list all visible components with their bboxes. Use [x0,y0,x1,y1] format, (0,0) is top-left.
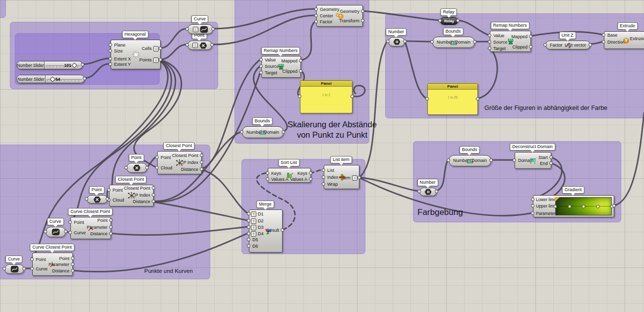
output-port-list-item[interactable] [357,176,361,179]
output-port-curve-closest-point-2[interactable] [71,257,74,260]
output-port-remap-mid[interactable] [299,59,302,62]
output-port-curve-closest-point-2[interactable] [71,269,74,272]
input-port-list-item[interactable] [322,168,325,172]
input-port-gradient[interactable] [531,204,534,208]
input-port-curve-closest-point-2[interactable] [30,267,34,270]
input-port-relay[interactable] [438,19,442,22]
node-curve-closest-point-1[interactable]: PointCurvePointParameterDistance [70,217,111,239]
input-port-point-param-top[interactable] [185,43,189,47]
input-port-number-br[interactable] [417,190,421,193]
output-port-panel-mid[interactable] [351,95,354,98]
input-port-gradient[interactable] [531,211,534,215]
input-port-extrude[interactable] [602,40,605,44]
input-port-curve-param-1[interactable] [44,230,47,233]
output-port-curve-closest-point-1[interactable] [109,225,113,229]
input-port-bounds-tr[interactable] [430,40,434,44]
input-port-scale[interactable] [314,7,318,11]
output-port-unit-z[interactable] [588,43,592,47]
output-port-scale[interactable] [361,9,364,13]
input-port-point-param-1[interactable] [124,166,128,169]
output-port-hexagonal[interactable] [159,47,162,50]
panel-title[interactable]: Panel [300,81,352,87]
output-port-curve-param-1[interactable] [64,230,67,233]
node-closest-point-2[interactable]: PointCloudClosest PointCP IndexDistance [109,185,154,207]
output-port-remap-mid[interactable] [299,69,302,73]
input-port-sort-list[interactable] [266,171,269,175]
node-merge[interactable]: D1↑D2↑D3↑D4↑D5D6Result [249,209,283,253]
output-port-gradient[interactable] [612,204,616,208]
output-port-bounds-tr[interactable] [473,40,476,44]
input-port-sort-list[interactable] [266,177,269,181]
output-port-merge[interactable] [281,228,284,232]
node-closest-point-1[interactable]: PointCloudClosest PointCP IndexDistance [157,151,202,174]
input-port-closest-point-2[interactable] [107,188,111,192]
input-port-curve-param-top[interactable] [185,27,189,31]
input-port-hexagonal[interactable] [109,43,112,47]
output-port-curve-closest-point-1[interactable] [109,218,113,222]
input-port-merge[interactable] [247,219,250,222]
output-port-deconstruct-domain[interactable] [549,161,553,165]
node-remap-tr[interactable]: ValueSourceTargetMappedClipped [490,31,531,52]
output-port-relay[interactable] [456,19,460,22]
node-gradient[interactable]: Lower limitUpper limitParameter [533,195,614,217]
input-port-remap-tr[interactable] [488,40,491,44]
output-port-deconstruct-domain[interactable] [549,156,553,159]
output-port-number-slider-1[interactable] [81,63,84,66]
gradient-grip[interactable] [554,205,557,208]
output-port-curve-param-2[interactable] [22,267,26,270]
input-port-scale[interactable] [314,20,318,23]
input-port-hexagonal[interactable] [109,49,112,52]
output-port-point-param-2[interactable] [106,197,109,201]
output-port-number-br[interactable] [435,190,438,193]
node-curve-closest-point-2[interactable]: PointCurvePointParameterDistance [32,253,73,276]
input-port-merge[interactable] [247,244,250,248]
input-port-curve-closest-point-1[interactable] [68,220,72,224]
output-port-curve-param-top[interactable] [211,27,215,31]
input-port-remap-mid[interactable] [259,58,263,61]
node-remap-mid[interactable]: ValueSourceTargetMappedClipped [261,56,301,78]
access-tag-icon[interactable]: ↓ [153,46,159,52]
output-port-number-slider-2[interactable] [83,77,86,80]
grasshopper-canvas[interactable]: Skalierung der Abstände von Punkt zu Pun… [0,0,644,312]
input-port-hexagonal[interactable] [109,62,112,66]
node-deconstruct-domain[interactable]: DomainStartEnd01 [515,152,551,169]
output-port-point-param-1[interactable] [145,166,149,169]
input-port-scale[interactable] [314,14,318,17]
input-port-bounds-mid[interactable] [240,130,243,134]
input-port-merge[interactable] [247,232,250,235]
gradient-grip[interactable] [596,205,599,208]
input-port-deconstruct-domain[interactable] [513,158,516,162]
input-port-panel-mid[interactable] [298,95,301,98]
access-tag-icon[interactable]: ↑ [251,211,256,217]
output-port-panel-tr[interactable] [476,97,479,101]
output-port-sort-list[interactable] [309,171,312,175]
input-port-point-param-2[interactable] [85,197,88,201]
output-port-remap-tr[interactable] [529,35,532,38]
access-tag-icon[interactable]: ↑ [251,225,256,230]
panel-title[interactable]: Panel [428,84,477,90]
access-tag-icon[interactable]: ↓ [193,27,198,32]
output-port-sort-list[interactable] [309,177,312,181]
access-tag-icon[interactable]: ↑ [251,231,256,237]
gradient-grip[interactable] [568,205,571,208]
node-list-item[interactable]: ListIndexWrapItem↓ [324,165,359,189]
gradient-grip[interactable] [582,205,585,208]
number-slider[interactable]: Number Slider54 [16,75,85,83]
output-port-closest-point-1[interactable] [200,154,203,157]
input-port-gradient[interactable] [531,198,534,201]
input-port-remap-mid[interactable] [259,64,263,68]
access-tag-icon[interactable]: ↓ [153,57,159,63]
output-port-scale[interactable] [361,19,364,22]
input-port-curve-closest-point-1[interactable] [68,231,72,234]
input-port-merge[interactable] [247,212,250,215]
panel-panel-mid[interactable]: Panel1 to 2 [300,80,352,113]
input-port-remap-tr[interactable] [488,34,491,37]
input-port-remap-tr[interactable] [488,47,491,50]
input-port-closest-point-1[interactable] [155,156,159,159]
output-port-curve-closest-point-1[interactable] [109,232,113,235]
input-port-hexagonal[interactable] [109,57,112,60]
output-port-closest-point-2[interactable] [152,193,155,197]
input-port-closest-point-1[interactable] [155,166,159,169]
output-port-closest-point-2[interactable] [152,200,155,203]
node-extrude[interactable]: BaseDirectionExtrusion [604,31,644,49]
